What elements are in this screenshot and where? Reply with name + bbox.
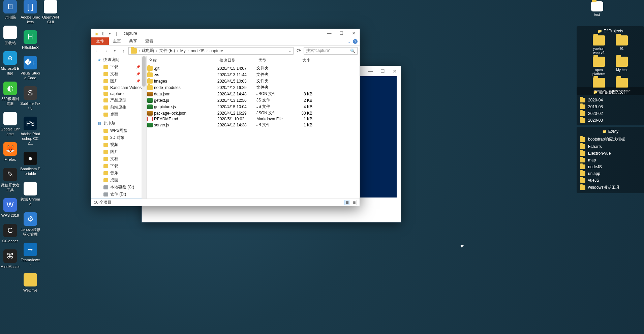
col-name[interactable]: 名称 — [147, 58, 217, 63]
tree-item[interactable]: ★ 快速访问 — [91, 56, 146, 63]
view-details-button[interactable]: ☰ — [344, 200, 350, 205]
close-button[interactable]: ✕ — [347, 31, 360, 36]
qat-item[interactable]: ▾ — [107, 31, 113, 36]
desktop-item[interactable]: eMicrosoft Edge — [0, 51, 20, 75]
tree-item[interactable]: 图片📌 — [91, 78, 146, 85]
desktop-item[interactable]: �ⱶVisual Studio Code — [20, 56, 40, 80]
tree-item[interactable]: 音乐 — [91, 170, 146, 177]
col-date[interactable]: 修改日期 — [217, 58, 256, 63]
desktop-item[interactable]: WeDrive — [20, 273, 40, 293]
tree-item[interactable]: 图片 — [91, 148, 146, 155]
desktop-item[interactable]: [ ]Adobe Brackets — [20, 0, 40, 24]
desktop-item[interactable]: 🗑回收站 — [0, 26, 20, 45]
breadcrumb-segment[interactable]: My — [179, 49, 187, 53]
desktop-item[interactable]: ●Bandicam Portable — [20, 152, 40, 176]
view-icons-button[interactable]: ▦ — [351, 200, 357, 205]
fence-item[interactable]: yuehui-web-v2 — [589, 35, 608, 55]
fence-list-item[interactable]: bootstrap响应式模板 — [579, 136, 642, 143]
fence-list-item[interactable]: 2019-08 — [579, 104, 642, 110]
file-row[interactable]: images 2020/4/15 10:03 文件夹 — [147, 78, 360, 84]
minimize-button[interactable]: — — [323, 31, 335, 36]
desktop-item[interactable]: ◎ test — [583, 0, 610, 19]
tab-file[interactable]: 文件 — [91, 37, 109, 45]
nav-forward-button[interactable]: → — [102, 48, 110, 54]
tree-item[interactable]: 前端原生 — [91, 104, 146, 111]
file-row[interactable]: data.json 2020/4/12 14:48 JSON 文件 8 KB — [147, 91, 360, 97]
desktop-item[interactable]: 🖥OpenVPN GUI — [40, 0, 61, 24]
col-type[interactable]: 类型 — [256, 58, 289, 63]
nav-back-button[interactable]: ← — [93, 48, 101, 54]
desktop-item[interactable]: ◎跨域 Chrome — [20, 182, 40, 206]
tree-item[interactable]: capture — [91, 91, 146, 97]
file-row[interactable]: getpicture.js 2020/4/15 10:04 JS 文件 4 KB — [147, 103, 360, 110]
tree-item[interactable]: 产品原型 — [91, 97, 146, 104]
nav-recent-button[interactable]: ▾ — [111, 49, 118, 53]
tree-item[interactable]: 桌面 — [91, 111, 146, 118]
desktop-item[interactable]: PsAdobe Photoshop CC 2... — [20, 117, 40, 146]
desktop-item[interactable]: ◐360极速浏览器 — [0, 82, 20, 106]
desktop-item[interactable]: ↔TeamViewer — [20, 243, 40, 267]
file-row[interactable]: README.md 2020/5/1 10:02 Markdown File 1… — [147, 116, 360, 122]
help-icon[interactable]: ? — [353, 39, 358, 44]
nav-up-button[interactable]: ↑ — [120, 48, 127, 54]
bg-close-button[interactable]: ✕ — [389, 66, 401, 76]
titlebar[interactable]: ▣ ▯ ▾ | capture — ☐ ✕ — [91, 29, 360, 37]
ribbon-expand-icon[interactable]: ⌄ — [347, 39, 351, 44]
tree-item[interactable]: 文档📌 — [91, 70, 146, 78]
fence-item[interactable]: 91 — [612, 35, 631, 55]
tree-item[interactable]: 本地磁盘 (C:) — [91, 184, 146, 191]
file-row[interactable]: package-lock.json 2020/4/12 16:29 JSON 文… — [147, 110, 360, 116]
breadcrumb-segment[interactable]: nodeJS — [189, 49, 206, 53]
fence-list-item[interactable]: nodeJS — [579, 164, 642, 170]
tree-item[interactable]: 下载📌 — [91, 63, 146, 70]
col-size[interactable]: 大小 — [289, 58, 312, 63]
tree-scrollbar[interactable] — [142, 56, 146, 199]
fence-list-item[interactable]: windows激活工具 — [579, 184, 642, 191]
breadcrumb-segment[interactable]: 文件 (E:) — [158, 48, 177, 54]
fence-list-item[interactable]: 2020-03 — [579, 117, 642, 123]
desktop-item[interactable]: WWPS 2019 — [0, 198, 20, 218]
tree-item[interactable]: 软件 (D:) — [91, 191, 146, 198]
breadcrumb-segment[interactable]: capture — [208, 49, 224, 53]
desktop-item[interactable]: 🖥此电脑 — [0, 0, 20, 20]
qat-item[interactable]: ▯ — [100, 31, 106, 36]
fence-list-item[interactable]: uniapp — [579, 171, 642, 177]
tree-item[interactable]: 桌面 — [91, 177, 146, 184]
refresh-button[interactable]: ⟳ — [295, 48, 302, 54]
fence-my[interactable]: E:\My bootstrap响应式模板EchartsElectron-vuem… — [577, 127, 644, 193]
bg-min-button[interactable]: — — [364, 66, 376, 76]
desktop-item[interactable]: 🦊Firefox — [0, 142, 20, 162]
tree-item[interactable]: 下载 — [91, 162, 146, 170]
fence-item[interactable]: My test — [612, 57, 631, 76]
address-bar[interactable]: › 此电脑› 文件 (E:)› My› nodeJS› capture ⌄ — [128, 47, 294, 55]
desktop-item[interactable]: SSublime Text 3 — [20, 86, 40, 111]
fence-list-item[interactable]: 2020-02 — [579, 111, 642, 117]
tree-item[interactable]: 🖥 此电脑 — [91, 120, 146, 127]
fence-wechat[interactable]: 微信接收的文件 2020-042019-082020-022020-03 — [577, 87, 644, 125]
breadcrumb-segment[interactable]: 此电脑 — [141, 48, 155, 54]
tree-item[interactable]: 文档 — [91, 155, 146, 162]
file-row[interactable]: .git 2020/4/15 14:07 文件夹 — [147, 65, 360, 71]
desktop-item[interactable]: ✎微信开发者工具 — [0, 168, 20, 192]
tab-share[interactable]: 共享 — [125, 37, 141, 45]
tree-item[interactable]: 3D 对象 — [91, 134, 146, 141]
nav-tree[interactable]: ★ 快速访问下载📌文档📌图片📌Bandicam Videos📌capture产品… — [91, 56, 147, 199]
desktop-item[interactable]: CCCleaner — [0, 224, 20, 243]
maximize-button[interactable]: ☐ — [335, 31, 347, 36]
tree-item[interactable]: 文件 (E:) — [91, 198, 146, 199]
fence-list-item[interactable]: 2020-04 — [579, 97, 642, 103]
fence-list-item[interactable]: vueJS — [579, 177, 642, 183]
file-row[interactable]: getext.js 2020/4/13 12:56 JS 文件 2 KB — [147, 97, 360, 103]
search-input[interactable]: 搜索"capture" 🔍 — [304, 47, 358, 55]
tree-item[interactable]: Bandicam Videos📌 — [91, 85, 146, 91]
file-row[interactable]: .vs 2020/4/13 11:44 文件夹 — [147, 71, 360, 78]
fence-item[interactable]: open platform — [589, 57, 608, 76]
fence-list-item[interactable]: Echarts — [579, 144, 642, 150]
chevron-down-icon[interactable]: ⌄ — [287, 49, 293, 53]
desktop-item[interactable]: ⌘MindMaster — [0, 249, 20, 269]
bg-max-button[interactable]: ☐ — [376, 66, 389, 76]
tab-view[interactable]: 查看 — [141, 37, 157, 45]
desktop-item[interactable]: ◎Google Chrome — [0, 112, 20, 136]
file-row[interactable]: server.js 2020/4/12 14:38 JS 文件 1 KB — [147, 122, 360, 128]
tree-item[interactable]: WPS网盘 — [91, 127, 146, 134]
